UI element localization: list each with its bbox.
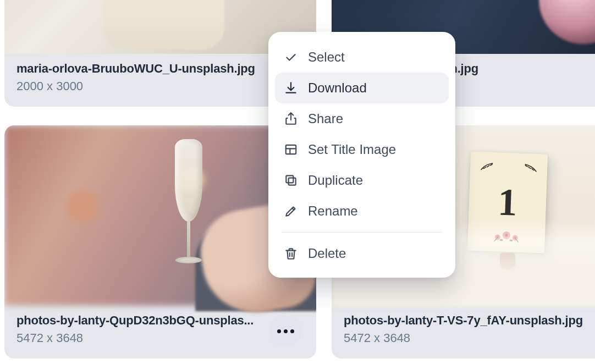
photo-dimensions: 5472 x 3648 bbox=[344, 331, 595, 345]
svg-rect-8 bbox=[286, 145, 296, 154]
check-icon bbox=[284, 50, 298, 64]
photo-dimensions: 2000 x 3000 bbox=[16, 79, 304, 93]
svg-point-3 bbox=[505, 234, 508, 236]
svg-rect-9 bbox=[286, 175, 293, 183]
table-number-card: 1 bbox=[467, 152, 548, 253]
menu-item-label: Share bbox=[308, 111, 343, 126]
menu-item-select[interactable]: Select bbox=[275, 42, 449, 73]
svg-point-6 bbox=[500, 239, 503, 241]
layout-icon bbox=[284, 142, 298, 157]
svg-point-5 bbox=[514, 236, 516, 239]
menu-item-label: Rename bbox=[308, 203, 358, 219]
table-number: 1 bbox=[469, 179, 547, 226]
menu-item-label: Select bbox=[308, 49, 345, 65]
menu-item-label: Delete bbox=[308, 246, 346, 261]
photo-filename: photos-by-lanty-QupD32n3bGQ-unsplas... bbox=[16, 313, 304, 328]
photo-filename: photos-by-lanty-T-VS-7y_fAY-unsplash.jpg bbox=[344, 313, 595, 328]
menu-item-rename[interactable]: Rename bbox=[275, 196, 449, 227]
menu-item-duplicate[interactable]: Duplicate bbox=[275, 165, 449, 196]
more-icon bbox=[284, 329, 288, 333]
menu-item-delete[interactable]: Delete bbox=[275, 238, 449, 269]
photo-dimensions: 5472 x 3648 bbox=[16, 331, 304, 345]
menu-item-download[interactable]: Download bbox=[275, 73, 449, 103]
menu-item-share[interactable]: Share bbox=[275, 103, 449, 134]
more-icon bbox=[277, 329, 281, 333]
context-menu: Select Download Share Set Title Image bbox=[268, 32, 455, 278]
svg-rect-10 bbox=[289, 178, 296, 185]
menu-item-label: Duplicate bbox=[308, 173, 363, 188]
more-icon bbox=[290, 329, 294, 333]
more-options-button[interactable] bbox=[269, 315, 301, 347]
duplicate-icon bbox=[284, 173, 298, 187]
menu-item-label: Download bbox=[308, 80, 367, 96]
svg-point-1 bbox=[497, 236, 499, 238]
menu-divider bbox=[282, 232, 442, 233]
pencil-icon bbox=[284, 204, 298, 218]
svg-point-4 bbox=[513, 235, 518, 240]
gallery-viewport: maria-orlova-BruuboWUC_U-unsplash.jpg 20… bbox=[0, 0, 595, 364]
share-icon bbox=[284, 112, 298, 126]
photo-filename: maria-orlova-BruuboWUC_U-unsplash.jpg bbox=[16, 62, 304, 76]
download-icon bbox=[284, 81, 298, 95]
menu-item-label: Set Title Image bbox=[308, 142, 396, 157]
menu-item-set-title-image[interactable]: Set Title Image bbox=[275, 134, 449, 165]
svg-point-2 bbox=[503, 231, 510, 239]
svg-point-7 bbox=[510, 240, 513, 241]
svg-point-0 bbox=[495, 234, 500, 240]
trash-icon bbox=[284, 246, 298, 261]
